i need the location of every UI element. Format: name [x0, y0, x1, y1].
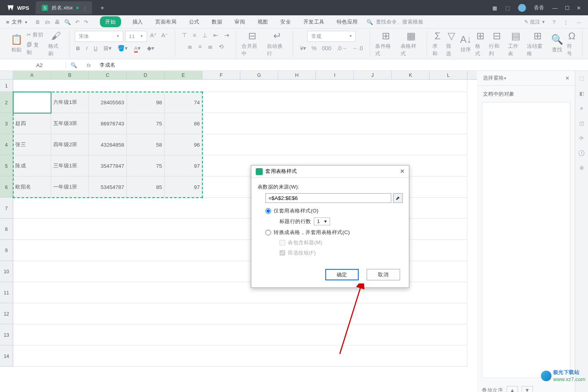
- cell[interactable]: 74: [165, 92, 203, 113]
- row-header[interactable]: 8: [0, 219, 13, 240]
- cell[interactable]: 三年级1班: [51, 155, 89, 176]
- align-center-icon[interactable]: ≡: [197, 42, 203, 51]
- font-name-combo[interactable]: 宋体▾: [75, 31, 123, 42]
- cell[interactable]: 86976743: [89, 113, 127, 134]
- cut-button[interactable]: ✂ 剪切: [27, 31, 44, 39]
- cell[interactable]: 李成名: [13, 92, 51, 113]
- menu-more-icon[interactable]: ⋮: [563, 19, 568, 25]
- tab-page-layout[interactable]: 页面布局: [154, 16, 177, 27]
- cell[interactable]: 28405563: [89, 92, 127, 113]
- cond-format-button[interactable]: ⊞条件格式: [375, 30, 396, 58]
- tab-data[interactable]: 数据: [211, 16, 223, 27]
- cell[interactable]: 四年级2班: [51, 134, 89, 155]
- merge-button[interactable]: ⊟合并居中: [241, 30, 262, 58]
- row-header[interactable]: 2: [0, 92, 13, 113]
- rowcol-button[interactable]: ⊟行和列: [489, 30, 505, 58]
- row-header[interactable]: 14: [0, 345, 13, 367]
- convert-table-radio[interactable]: 转换成表格，并套用表格样式(C): [258, 229, 403, 236]
- cell[interactable]: 一年级1班: [51, 176, 89, 198]
- cell[interactable]: 96: [165, 134, 203, 155]
- cell[interactable]: 欧阳名: [13, 176, 51, 198]
- cell[interactable]: 赵四: [13, 113, 51, 134]
- style-only-radio[interactable]: 仅套用表格样式(O): [258, 207, 403, 215]
- font-size-combo[interactable]: 11▾: [125, 31, 147, 42]
- rail-more-icon[interactable]: ⚙: [579, 165, 584, 171]
- orientation-icon[interactable]: ⟲: [218, 42, 225, 51]
- document-tab[interactable]: S 姓名.xlsx ⋮: [36, 1, 92, 14]
- cell[interactable]: 35477847: [89, 155, 127, 176]
- increase-font-icon[interactable]: A⁺: [149, 31, 158, 42]
- rail-backup-icon[interactable]: ⟳: [579, 135, 584, 142]
- open-icon[interactable]: 🗁: [45, 19, 50, 25]
- comment-button[interactable]: ✎ 批注 ▾: [524, 18, 544, 25]
- row-header[interactable]: 10: [0, 261, 13, 282]
- cell[interactable]: 43264858: [89, 134, 127, 155]
- tab-security[interactable]: 安全: [279, 16, 292, 27]
- tab-review[interactable]: 审阅: [234, 16, 246, 27]
- dec-decimal-icon[interactable]: ←.0: [351, 44, 365, 53]
- minimize-icon[interactable]: —: [552, 5, 557, 11]
- row-header[interactable]: 3: [0, 113, 13, 134]
- rail-analyze-icon[interactable]: ◫: [579, 120, 584, 127]
- rail-history-icon[interactable]: 🕓: [578, 150, 585, 156]
- fx-search-icon[interactable]: 🔍: [66, 62, 81, 68]
- inc-decimal-icon[interactable]: .0→: [336, 44, 349, 53]
- number-format-combo[interactable]: 常规▾: [307, 31, 356, 42]
- collapse-ribbon-icon[interactable]: ︿: [577, 18, 582, 25]
- new-icon[interactable]: 🗎: [35, 19, 40, 25]
- print-icon[interactable]: 🖶: [54, 19, 60, 25]
- undo-icon[interactable]: ↶: [75, 19, 80, 25]
- currency-icon[interactable]: ¥▾: [299, 44, 308, 53]
- sum-button[interactable]: Σ求和: [432, 30, 443, 58]
- align-right-icon[interactable]: ≣: [207, 42, 214, 51]
- row-header[interactable]: 12: [0, 303, 13, 325]
- move-down-icon[interactable]: ▼: [521, 386, 533, 392]
- indent-increase-icon[interactable]: ⇥: [223, 31, 230, 40]
- tab-view[interactable]: 视图: [257, 16, 269, 27]
- dialog-close-icon[interactable]: ✕: [400, 168, 405, 175]
- cell[interactable]: 97: [165, 176, 203, 198]
- rail-style-icon[interactable]: ◧: [579, 90, 584, 96]
- maximize-icon[interactable]: ☐: [565, 5, 570, 11]
- col-header[interactable]: K: [392, 71, 430, 79]
- col-header[interactable]: C: [89, 71, 127, 79]
- cell[interactable]: 86: [165, 113, 203, 134]
- user-avatar[interactable]: [518, 4, 526, 12]
- highlight-icon[interactable]: ◆▾: [145, 44, 156, 53]
- filter-button[interactable]: ▽筛选: [446, 30, 456, 58]
- row-header[interactable]: 5: [0, 155, 13, 176]
- tab-close-icon[interactable]: ⋮: [82, 5, 87, 11]
- col-header[interactable]: A: [13, 71, 51, 79]
- row-header[interactable]: 11: [0, 282, 13, 303]
- add-tab-button[interactable]: ＋: [92, 4, 113, 12]
- find-button[interactable]: 🔍查找: [551, 34, 563, 54]
- cell[interactable]: 张三: [13, 134, 51, 155]
- box-icon[interactable]: ⬚: [505, 5, 510, 11]
- row-header[interactable]: 13: [0, 325, 13, 346]
- select-all-corner[interactable]: [0, 71, 13, 79]
- rail-props-icon[interactable]: ≡: [580, 105, 583, 111]
- tab-insert[interactable]: 插入: [132, 16, 144, 27]
- header-rows-spinner[interactable]: 1▾: [314, 218, 330, 225]
- align-left-icon[interactable]: ≣: [186, 42, 194, 51]
- grid-icon[interactable]: ▦: [492, 5, 497, 11]
- col-header[interactable]: L: [430, 71, 468, 79]
- sheet-button[interactable]: ▤工作表: [508, 30, 524, 58]
- row-header[interactable]: 7: [0, 198, 13, 219]
- cell[interactable]: 97: [165, 155, 203, 176]
- objects-list[interactable]: [482, 102, 570, 378]
- freeze-button[interactable]: ⊞冻结窗格: [527, 30, 548, 58]
- cell[interactable]: 53454787: [89, 176, 127, 198]
- pane-close-icon[interactable]: ✕: [565, 75, 570, 81]
- table-style-button[interactable]: ▦表格样式: [401, 30, 421, 58]
- cell[interactable]: 六年级1班: [51, 92, 89, 113]
- tab-home[interactable]: 开始: [100, 16, 121, 27]
- move-up-icon[interactable]: ▲: [506, 386, 518, 392]
- col-header[interactable]: H: [278, 71, 316, 79]
- paste-button[interactable]: 📋 粘贴: [11, 34, 22, 54]
- format-button[interactable]: ⊞格式: [475, 30, 485, 58]
- align-bottom-icon[interactable]: ⊥: [201, 31, 209, 40]
- symbol-button[interactable]: Ω符号: [567, 30, 577, 58]
- percent-icon[interactable]: %: [310, 44, 318, 53]
- cell[interactable]: 98: [127, 92, 165, 113]
